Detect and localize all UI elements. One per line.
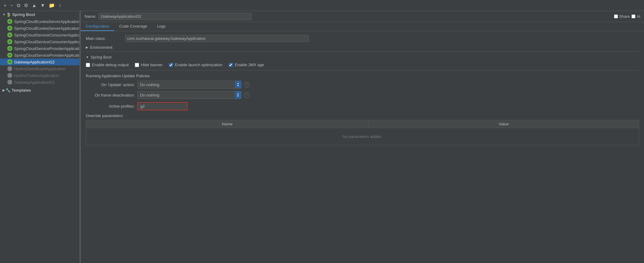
checkboxes-row: Enable debug output Hide banner Enable l… xyxy=(86,61,639,68)
right-panel: Name: Share Al Configuration Code Covera… xyxy=(81,11,644,263)
enable-jmx-label: Enable JMX age xyxy=(235,63,264,67)
update-action-help-icon[interactable]: ? xyxy=(244,82,249,87)
sidebar-item-hystrix[interactable]: HystrixDashBoardApplication xyxy=(0,65,79,72)
templates-label: Templates xyxy=(12,88,31,93)
spring-icon-c2 xyxy=(7,39,12,44)
spring-icon-dim-g1 xyxy=(7,80,12,85)
hide-banner-checkbox[interactable] xyxy=(135,63,139,67)
spring-boot-section-header[interactable]: ▼ Spring Boot xyxy=(86,55,639,59)
share-label: Share xyxy=(619,14,630,19)
override-params-section: Override parameters: Name Value No param… xyxy=(86,113,639,145)
frame-deactivation-select-container: Do nothing ▲ ▼ xyxy=(137,91,241,99)
table-header-name: Name xyxy=(86,120,369,128)
spring-icon-u1 xyxy=(7,19,12,24)
enable-jmx-checkbox[interactable] xyxy=(229,63,233,67)
override-params-table: Name Value No parameters added. xyxy=(86,120,639,145)
allow-parallel-checkbox[interactable] xyxy=(631,14,635,18)
active-profiles-input-wrapper xyxy=(137,102,188,110)
sidebar-item-u2[interactable]: SpringCloudEurekaServerApplicationU2 xyxy=(0,25,79,32)
share-checkbox[interactable] xyxy=(614,14,618,18)
sidebar-item-u1[interactable]: SpringCloudEurekaServerApplicationU1 xyxy=(0,18,79,25)
config-content: Main class: ▶ Environment ▼ Spring Boot … xyxy=(81,31,644,263)
sidebar-item-label-u2: SpringCloudEurekaServerApplicationU2 xyxy=(14,26,80,31)
settings-button[interactable]: ⚙ xyxy=(23,2,29,9)
sort-button[interactable]: ↕ xyxy=(57,2,62,9)
update-action-label: On 'Update' action: xyxy=(86,82,135,87)
toolbar: + − ⧉ ⚙ ▲ ▼ 📁 ↕ xyxy=(0,0,644,11)
spring-boot-group-label: Spring Boot xyxy=(12,12,35,17)
frame-deactivation-label: On frame deactivation: xyxy=(86,93,135,97)
update-action-dropdown-button[interactable]: ▲ ▼ xyxy=(235,81,241,88)
allow-parallel-label: Al xyxy=(637,14,640,19)
sidebar-item-turbine[interactable]: HystrixTurbineApplication xyxy=(0,72,79,79)
remove-button[interactable]: − xyxy=(9,2,14,9)
spring-icon-c1 xyxy=(7,32,12,37)
tab-logs[interactable]: Logs xyxy=(152,22,170,31)
environment-label: Environment xyxy=(90,45,112,50)
sidebar-item-p1[interactable]: SpringCloudServiceProviderApplicationP1 xyxy=(0,45,79,52)
frame-deactivation-value: Do nothing xyxy=(138,92,235,99)
frame-deactivation-help-icon[interactable]: ? xyxy=(244,92,249,98)
templates-wrench-icon: 🔧 xyxy=(6,88,10,93)
templates-group[interactable]: ▶ 🔧 Templates xyxy=(0,87,79,94)
spring-boot-config-expand-icon: ▼ xyxy=(86,55,89,59)
enable-launch-item: Enable launch optimization xyxy=(169,63,222,67)
active-profiles-row: Active profiles: xyxy=(86,102,639,110)
copy-button[interactable]: ⧉ xyxy=(16,2,21,9)
down-button[interactable]: ▼ xyxy=(39,2,47,9)
spring-boot-divider xyxy=(86,70,639,71)
policies-section: Running Application Update Policies On '… xyxy=(86,74,639,99)
spring-icon-dim-hystrix xyxy=(7,66,12,71)
sidebar-item-label-g2: GatewayApplicationG2 xyxy=(14,60,55,64)
main-layout: ▼ 🍃 Spring Boot SpringCloudEurekaServerA… xyxy=(0,11,644,263)
enable-jmx-item: Enable JMX age xyxy=(229,63,264,67)
sidebar-item-label-c1: SpringCloudServiceConsumerApplicationC1 xyxy=(14,33,80,37)
sidebar-item-c1[interactable]: SpringCloudServiceConsumerApplicationC1 xyxy=(0,32,79,38)
enable-debug-item: Enable debug output xyxy=(86,63,129,67)
tab-code-coverage[interactable]: Code Coverage xyxy=(114,22,152,31)
frame-deactivation-row: On frame deactivation: Do nothing ▲ ▼ ? xyxy=(86,91,639,99)
tab-configuration[interactable]: Configuration xyxy=(81,22,114,31)
environment-divider xyxy=(86,51,639,52)
spring-boot-group[interactable]: ▼ 🍃 Spring Boot xyxy=(0,11,79,18)
allow-parallel-area: Al xyxy=(631,14,640,19)
enable-debug-checkbox[interactable] xyxy=(86,63,90,67)
enable-launch-checkbox[interactable] xyxy=(169,63,173,67)
enable-debug-label: Enable debug output xyxy=(92,63,129,67)
table-header-value: Value xyxy=(369,120,639,128)
sidebar-item-g2[interactable]: GatewayApplicationG2 xyxy=(0,59,79,65)
override-params-label: Override parameters: xyxy=(86,113,639,118)
spring-boot-icon: 🍃 xyxy=(6,12,11,17)
spring-icon-p2 xyxy=(7,53,12,58)
name-input[interactable] xyxy=(99,13,252,20)
share-area: Share Al xyxy=(614,14,640,19)
active-profiles-input[interactable] xyxy=(138,103,187,110)
spring-icon-dim-turbine xyxy=(7,73,12,78)
templates-expand-icon: ▶ xyxy=(2,89,5,92)
spring-boot-expand-icon: ▼ xyxy=(2,13,6,16)
active-profiles-label: Active profiles: xyxy=(86,104,135,109)
spring-icon-g2 xyxy=(7,59,12,64)
sidebar: ▼ 🍃 Spring Boot SpringCloudEurekaServerA… xyxy=(0,11,80,263)
environment-section-header[interactable]: ▶ Environment xyxy=(86,45,639,50)
share-checkbox-area: Share xyxy=(614,14,630,19)
sidebar-item-label-p2: SpringCloudServiceProviderApplicationP2 xyxy=(14,53,80,58)
sidebar-item-c2[interactable]: SpringCloudServiceConsumerApplicationC2 xyxy=(0,38,79,45)
sidebar-item-g1[interactable]: GatewayApplicationG1 xyxy=(0,79,79,86)
main-class-label: Main class: xyxy=(86,36,123,41)
sidebar-item-p2[interactable]: SpringCloudServiceProviderApplicationP2 xyxy=(0,52,79,59)
sidebar-item-label-g1: GatewayApplicationG1 xyxy=(14,80,55,85)
no-params-text: No parameters added. xyxy=(86,128,639,145)
update-action-down-arrow-icon: ▼ xyxy=(237,85,239,87)
main-class-row: Main class: xyxy=(86,35,639,42)
folder-button[interactable]: 📁 xyxy=(47,2,56,9)
sidebar-item-label-u1: SpringCloudEurekaServerApplicationU1 xyxy=(14,19,80,24)
frame-deactivation-down-arrow-icon: ▼ xyxy=(237,95,239,97)
main-class-input[interactable] xyxy=(125,35,309,42)
frame-deactivation-dropdown-button[interactable]: ▲ ▼ xyxy=(235,91,241,99)
update-action-select-container: Do nothing ▲ ▼ xyxy=(137,81,241,89)
add-button[interactable]: + xyxy=(2,2,8,9)
up-button[interactable]: ▲ xyxy=(31,2,38,9)
sidebar-item-label-c2: SpringCloudServiceConsumerApplicationC2 xyxy=(14,40,80,44)
tabs-bar: Configuration Code Coverage Logs xyxy=(81,22,644,31)
